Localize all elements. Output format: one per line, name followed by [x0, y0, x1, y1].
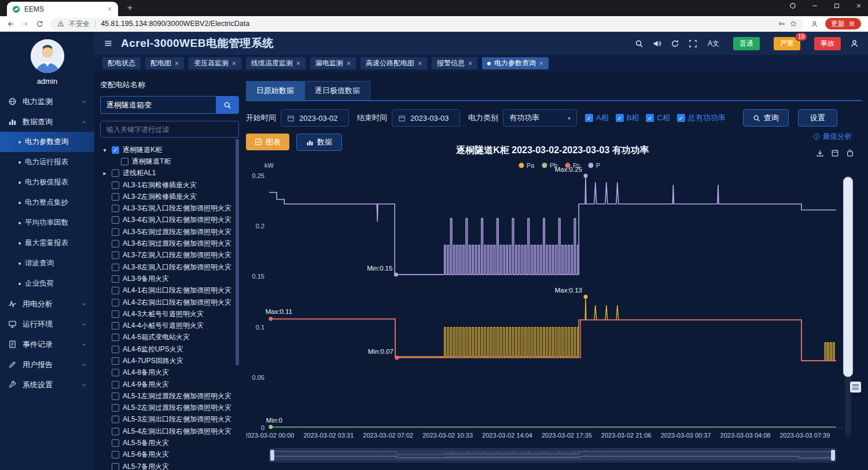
- close-icon[interactable]: ×: [418, 60, 422, 68]
- tree-checkbox[interactable]: [112, 205, 119, 212]
- back-button[interactable]: [7, 20, 14, 28]
- tree-checkbox[interactable]: [121, 158, 128, 165]
- phase-checkbox[interactable]: ✓B相: [616, 113, 639, 123]
- alarm-badge[interactable]: 普通: [733, 37, 760, 50]
- close-icon[interactable]: ×: [468, 60, 472, 68]
- tree-checkbox[interactable]: ✓: [112, 146, 119, 154]
- tree-checkbox[interactable]: [112, 451, 119, 458]
- tree-filter-input[interactable]: [100, 121, 239, 138]
- checkbox[interactable]: ✓: [585, 114, 593, 122]
- browser-profile-icon[interactable]: [811, 20, 818, 28]
- tree-item[interactable]: AL3-9备用火灾: [100, 273, 239, 284]
- workspace-tab[interactable]: 配电状态: [102, 57, 141, 69]
- tree-scrollbar[interactable]: [236, 139, 239, 365]
- new-tab-button[interactable]: [126, 4, 134, 12]
- tree-item[interactable]: AL5-5备用火灾: [100, 437, 239, 449]
- tree-checkbox[interactable]: [112, 193, 119, 201]
- password-key-icon[interactable]: [778, 20, 785, 27]
- tree-checkbox[interactable]: [112, 182, 119, 189]
- sync-icon[interactable]: [671, 39, 679, 48]
- tree-checkbox[interactable]: [112, 381, 119, 388]
- sidebar-subitem[interactable]: 电力参数查询: [0, 132, 94, 152]
- sidebar-subitem[interactable]: 谐波查询: [0, 253, 94, 273]
- alarm-badge[interactable]: 严重19: [774, 37, 800, 50]
- tree-item[interactable]: AL4-1右洞出口段左侧加强照明火灾: [100, 285, 239, 297]
- close-icon[interactable]: ×: [232, 60, 236, 68]
- close-icon[interactable]: ×: [347, 60, 351, 68]
- tree-item[interactable]: AL5-4左洞出口段右侧加强照明火灾: [100, 425, 239, 437]
- tree-item[interactable]: AL3-1右洞检修插座火灾: [100, 179, 239, 191]
- workspace-tab[interactable]: 电力参数查询×: [482, 57, 549, 69]
- tree-item[interactable]: AL5-1左洞过渡段左侧加强照明火灾: [100, 390, 239, 402]
- phase-checkbox[interactable]: ✓C相: [646, 113, 670, 123]
- settings-button[interactable]: 设置: [798, 109, 837, 127]
- tree-item[interactable]: AL3-8左洞入口段右侧加强照明火灾: [100, 261, 239, 273]
- tree-item[interactable]: ▸进线柜AL1: [100, 168, 239, 179]
- alarm-badge[interactable]: 事故: [814, 37, 841, 50]
- query-button[interactable]: 查询: [743, 109, 789, 127]
- tree-item[interactable]: AL4-2右洞出口段右侧加强照明火灾: [100, 297, 239, 308]
- user-icon[interactable]: [850, 39, 859, 48]
- minimize-button[interactable]: [811, 2, 818, 9]
- datazoom-slider[interactable]: [269, 448, 836, 462]
- maximize-button[interactable]: [833, 2, 840, 9]
- workspace-tab[interactable]: 配电图×: [145, 57, 184, 69]
- sidebar-subitem[interactable]: 平均功率因数: [0, 213, 94, 233]
- sidebar-item[interactable]: 数据查询: [0, 112, 94, 132]
- tree-item[interactable]: AL4-5箱式变电站火灾: [100, 332, 239, 343]
- workspace-tab[interactable]: 漏电监测×: [310, 57, 356, 69]
- tree-item[interactable]: AL5-6备用火灾: [100, 449, 239, 461]
- tree-item[interactable]: AL4-8备用火灾: [100, 367, 239, 379]
- fullscreen-icon[interactable]: [689, 39, 697, 48]
- restore-icon[interactable]: [846, 149, 854, 157]
- tree-item[interactable]: AL3-6右洞过渡段右侧加强照明火灾: [100, 238, 239, 249]
- download-icon[interactable]: [816, 149, 824, 157]
- datazoom-handle-right[interactable]: [831, 450, 835, 461]
- sidebar-item[interactable]: 电力监测: [0, 91, 94, 112]
- data-tab[interactable]: 逐日极值数据: [304, 81, 370, 100]
- tab-close-icon[interactable]: [106, 6, 113, 12]
- tree-checkbox[interactable]: [112, 251, 119, 259]
- tree-item[interactable]: AL4-6监控UPS火灾: [100, 343, 239, 355]
- tree-item[interactable]: AL4-7UPS回路火灾: [100, 355, 239, 367]
- tree-checkbox[interactable]: [112, 322, 119, 330]
- tree-checkbox[interactable]: [112, 264, 119, 271]
- translate-icon[interactable]: A文: [707, 39, 720, 49]
- tree-checkbox[interactable]: [112, 228, 119, 236]
- extreme-analysis-link[interactable]: 最值分析: [813, 132, 852, 142]
- sidebar-subitem[interactable]: 电力运行报表: [0, 152, 94, 172]
- tree-item[interactable]: AL5-2左洞过渡段右侧加强照明火灾: [100, 402, 239, 414]
- tree-item[interactable]: 逐桐隧道T柜: [100, 156, 239, 167]
- data-view-icon[interactable]: [831, 149, 839, 157]
- forward-button[interactable]: [21, 20, 29, 28]
- tree-checkbox[interactable]: [112, 439, 119, 447]
- tree-checkbox[interactable]: [112, 393, 119, 400]
- close-icon[interactable]: ×: [175, 60, 179, 68]
- phase-checkbox[interactable]: ✓A相: [585, 113, 609, 123]
- tree-checkbox[interactable]: [112, 428, 119, 435]
- sidebar-item[interactable]: 系统设置: [0, 375, 94, 395]
- power-category-select[interactable]: 有功功率 ▾: [503, 109, 577, 127]
- sidebar-item[interactable]: 运行环境: [0, 314, 94, 334]
- station-search-button[interactable]: [216, 96, 239, 114]
- checkbox[interactable]: ✓: [646, 114, 654, 122]
- tree-item[interactable]: AL4-4小桩号引道照明火灾: [100, 320, 239, 331]
- tree-item[interactable]: AL3-4右洞入口段右侧加强照明火灾: [100, 214, 239, 226]
- start-date-input[interactable]: 2023-03-02: [281, 109, 349, 127]
- tree-checkbox[interactable]: [112, 334, 119, 341]
- data-tab[interactable]: 日原始数据: [246, 81, 304, 100]
- search-icon[interactable]: [635, 39, 643, 48]
- sidebar-subitem[interactable]: 电力极值报表: [0, 172, 94, 193]
- workspace-tab[interactable]: 线缆温度监测×: [246, 57, 306, 69]
- url-bar[interactable]: 不安全 | 45.81.195.134:8090/3000WEBV2/Elect…: [50, 18, 804, 30]
- tree-checkbox[interactable]: [112, 357, 119, 365]
- sidebar-subitem[interactable]: 企业负荷: [0, 273, 94, 294]
- tree-item[interactable]: AL3-7左洞入口段左侧加强照明火灾: [100, 250, 239, 261]
- tree-checkbox[interactable]: [112, 169, 119, 177]
- caret-right-icon[interactable]: ▸: [101, 170, 108, 176]
- checkbox[interactable]: ✓: [616, 114, 624, 122]
- tree-item[interactable]: AL3-2左洞检修插座火灾: [100, 191, 239, 202]
- sidebar-item[interactable]: 事件记录: [0, 334, 94, 354]
- bookmark-star-icon[interactable]: [790, 20, 797, 27]
- tree-checkbox[interactable]: [112, 299, 119, 306]
